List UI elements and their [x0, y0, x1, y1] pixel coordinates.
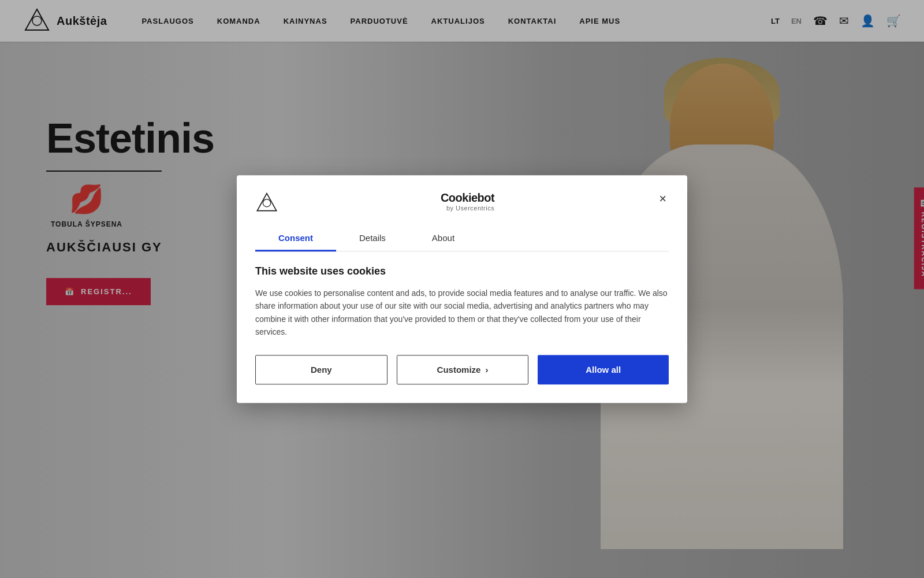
cookie-consent-modal: Cookiebot by Usercentrics × Consent Deta…: [237, 175, 687, 403]
tab-details[interactable]: Details: [336, 226, 409, 251]
deny-button[interactable]: Deny: [255, 355, 388, 384]
cookiebot-by: by Usercentrics: [446, 205, 494, 212]
modal-title: This website uses cookies: [255, 265, 669, 277]
customize-button[interactable]: Customize ›: [397, 355, 529, 384]
modal-actions: Deny Customize › Allow all: [255, 355, 669, 384]
modal-site-logo: [255, 191, 278, 214]
modal-close-button[interactable]: ×: [657, 191, 669, 206]
modal-tabs: Consent Details About: [255, 226, 669, 251]
svg-point-3: [263, 199, 270, 207]
tab-about[interactable]: About: [409, 226, 478, 251]
customize-label: Customize: [437, 365, 481, 375]
modal-logo-icon: [255, 191, 278, 214]
customize-arrow-icon: ›: [485, 365, 488, 375]
modal-body-text: We use cookies to personalise content an…: [255, 287, 669, 339]
cookiebot-logo: Cookiebot by Usercentrics: [441, 191, 494, 212]
cookiebot-name: Cookiebot: [441, 191, 494, 205]
svg-marker-2: [257, 194, 276, 211]
modal-header: Cookiebot by Usercentrics ×: [255, 191, 669, 214]
tab-consent[interactable]: Consent: [255, 226, 336, 251]
allow-all-button[interactable]: Allow all: [538, 355, 669, 384]
